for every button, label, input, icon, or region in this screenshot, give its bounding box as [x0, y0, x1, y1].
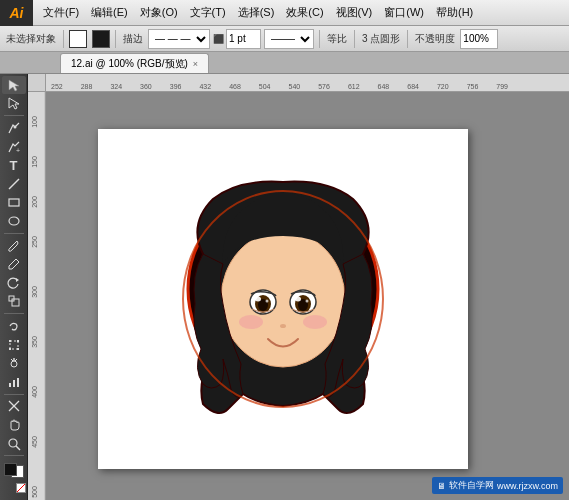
svg-text:300: 300 [31, 286, 38, 298]
ruler-tick-720: 720 [437, 83, 449, 91]
ellipse-tool[interactable] [2, 212, 26, 230]
pt-icon: ⬛ [213, 34, 224, 44]
paintbrush-tool[interactable] [2, 237, 26, 255]
type-tool[interactable]: T [2, 156, 26, 174]
ruler-tick-468: 468 [229, 83, 241, 91]
fill-color-btn[interactable] [69, 30, 87, 48]
svg-rect-20 [13, 380, 15, 387]
zoom-tool[interactable] [2, 435, 26, 453]
opacity-label: 不透明度 [413, 32, 457, 46]
ruler-tick-576: 576 [318, 83, 330, 91]
menu-file[interactable]: 文件(F) [37, 0, 85, 25]
ruler-left: 100 150 200 250 300 350 400 450 500 [28, 92, 46, 500]
fill-swatch[interactable] [4, 463, 17, 476]
svg-rect-10 [10, 341, 18, 349]
canvas-area: 252 288 324 360 396 432 468 504 540 576 … [28, 74, 569, 500]
selection-tool[interactable] [2, 76, 26, 94]
direct-selection-tool[interactable] [2, 95, 26, 113]
svg-rect-8 [12, 299, 19, 306]
pencil-tool[interactable] [2, 255, 26, 273]
ruler-tick-396: 396 [170, 83, 182, 91]
watermark-icon: 🖥 [437, 481, 446, 491]
artboard[interactable] [98, 129, 468, 469]
stroke-weight-input[interactable] [226, 29, 261, 49]
svg-line-26 [17, 484, 25, 492]
menu-object[interactable]: 对象(O) [134, 0, 184, 25]
svg-point-45 [266, 300, 269, 303]
tab-close-btn[interactable]: × [193, 59, 198, 69]
line-style-select[interactable]: ———— [264, 29, 314, 49]
line-tool[interactable] [2, 175, 26, 193]
add-anchor-tool[interactable]: + [2, 138, 26, 156]
left-toolbar: + T [0, 74, 28, 500]
svg-point-44 [255, 297, 261, 302]
tool-separator-5 [4, 455, 24, 456]
tool-separator-3 [4, 313, 24, 314]
rotate-tool[interactable] [2, 274, 26, 292]
toolbar: 未选择对象 描边 — — — ——— ⬛ ———— 等比 3 点圆形 不透明度 [0, 26, 569, 52]
tool-separator-1 [4, 115, 24, 116]
ruler-tick-756: 756 [467, 83, 479, 91]
ruler-tick-288: 288 [81, 83, 93, 91]
ruler-tick-648: 648 [378, 83, 390, 91]
none-swatch[interactable] [16, 483, 26, 493]
menu-effect[interactable]: 效果(C) [280, 0, 329, 25]
svg-line-25 [16, 446, 20, 450]
free-transform-tool[interactable] [2, 336, 26, 354]
workspace: + T [0, 74, 569, 500]
symbol-sprayer-tool[interactable] [2, 354, 26, 372]
ruler-tick-252: 252 [51, 83, 63, 91]
selection-label: 未选择对象 [4, 32, 58, 46]
tab-label: 12.ai @ 100% (RGB/预览) [71, 57, 188, 71]
svg-point-15 [11, 361, 17, 367]
ruler-tick-container: 252 288 324 360 396 432 468 504 540 576 … [46, 74, 569, 91]
svg-text:450: 450 [31, 436, 38, 448]
ruler-tick-432: 432 [199, 83, 211, 91]
svg-rect-12 [17, 340, 19, 342]
menu-bar: Ai 文件(F) 编辑(E) 对象(O) 文字(T) 选择(S) 效果(C) 视… [0, 0, 569, 26]
svg-text:350: 350 [31, 336, 38, 348]
svg-line-4 [9, 179, 19, 189]
tool-separator-2 [4, 233, 24, 234]
watermark-url: www.rjzxw.com [497, 481, 558, 491]
rect-tool[interactable] [2, 194, 26, 212]
watermark-text: 软件自学网 [449, 479, 494, 492]
svg-rect-11 [9, 340, 11, 342]
hand-tool[interactable] [2, 416, 26, 434]
menu-select[interactable]: 选择(S) [232, 0, 281, 25]
ruler-tick-684: 684 [407, 83, 419, 91]
scale-label: 等比 [325, 32, 349, 46]
column-graph-tool[interactable] [2, 373, 26, 391]
svg-rect-19 [9, 383, 11, 387]
toolbar-divider-5 [407, 30, 408, 48]
svg-rect-13 [9, 348, 11, 350]
ruler-tick-612: 612 [348, 83, 360, 91]
menu-edit[interactable]: 编辑(E) [85, 0, 134, 25]
character-illustration [173, 174, 393, 424]
menu-help[interactable]: 帮助(H) [430, 0, 479, 25]
toolbar-divider-2 [115, 30, 116, 48]
ruler-tick-360: 360 [140, 83, 152, 91]
menu-type[interactable]: 文字(T) [184, 0, 232, 25]
svg-marker-7 [16, 278, 19, 282]
svg-text:400: 400 [31, 386, 38, 398]
opacity-input[interactable] [460, 29, 498, 49]
ruler-tick-504: 504 [259, 83, 271, 91]
pen-tool[interactable] [2, 119, 26, 137]
menu-view[interactable]: 视图(V) [330, 0, 379, 25]
svg-rect-21 [17, 378, 19, 387]
color-swatch-area [2, 461, 26, 480]
svg-text:200: 200 [31, 196, 38, 208]
document-tab[interactable]: 12.ai @ 100% (RGB/预览) × [60, 53, 209, 73]
svg-rect-5 [9, 199, 19, 206]
scale-tool[interactable] [2, 293, 26, 311]
warp-tool[interactable] [2, 317, 26, 335]
svg-text:150: 150 [31, 156, 38, 168]
stroke-select[interactable]: — — — ——— [148, 29, 210, 49]
slice-tool[interactable] [2, 397, 26, 415]
ruler-top: 252 288 324 360 396 432 468 504 540 576 … [46, 74, 569, 92]
menu-window[interactable]: 窗口(W) [378, 0, 430, 25]
svg-point-50 [306, 300, 309, 303]
stroke-color-btn[interactable] [92, 30, 110, 48]
shape-label: 3 点圆形 [360, 32, 402, 46]
